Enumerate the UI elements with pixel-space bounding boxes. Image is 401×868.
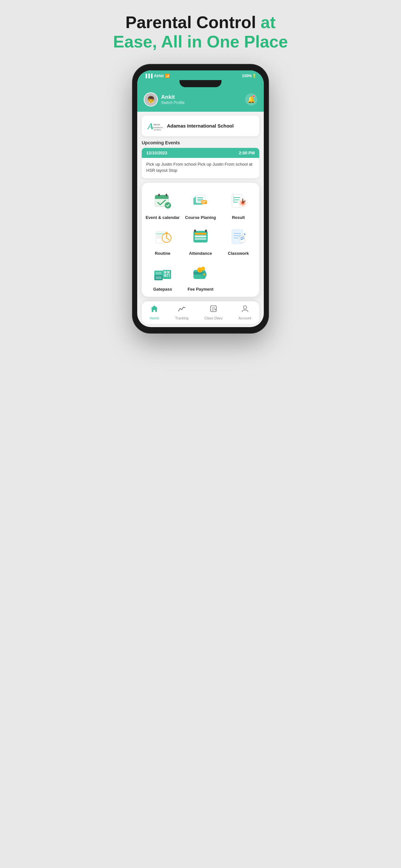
- event-time: 2:00 PM: [239, 151, 255, 155]
- event-calendar-icon: [151, 189, 174, 213]
- wifi-icon: 📶: [165, 73, 170, 78]
- gatepass-label: Gatepass: [153, 287, 172, 291]
- signal-area: ▐▐▐ Airtel 📶: [144, 73, 170, 78]
- phone-screen: ▐▐▐ Airtel 📶 100%🔋 👦 Ankit Switch Profil…: [137, 70, 264, 327]
- app-header: 👦 Ankit Switch Profile 🔔: [137, 89, 264, 112]
- svg-rect-8: [166, 194, 167, 196]
- svg-rect-59: [164, 272, 166, 273]
- svg-rect-55: [156, 276, 161, 279]
- fee-payment-label: Fee Payment: [188, 287, 213, 291]
- user-name: Ankit: [161, 94, 185, 100]
- svg-text:SCHOOL: SCHOOL: [154, 129, 161, 131]
- svg-rect-79: [211, 306, 216, 312]
- course-planing-label: Course Planing: [185, 215, 216, 220]
- battery-display: 100%🔋: [242, 73, 257, 78]
- svg-rect-23: [233, 196, 234, 197]
- svg-rect-25: [233, 200, 234, 201]
- svg-rect-62: [164, 275, 166, 276]
- event-calendar-label: Event & calendar: [146, 215, 180, 220]
- account-icon: [241, 305, 249, 315]
- event-description: Pick up Justin From school Pick up Justi…: [142, 158, 259, 178]
- menu-item-event-calendar[interactable]: Event & calendar: [145, 189, 180, 220]
- svg-rect-16: [201, 200, 207, 204]
- avatar: 👦: [144, 92, 158, 106]
- routine-label: Routine: [155, 251, 170, 256]
- notch: [180, 80, 221, 87]
- result-icon: [227, 189, 250, 213]
- svg-point-73: [204, 274, 205, 275]
- switch-profile-link[interactable]: Switch Profile: [161, 100, 185, 105]
- signal-bars: ▐▐▐: [144, 73, 153, 78]
- menu-item-routine[interactable]: Routine: [145, 225, 180, 256]
- nav-home[interactable]: Home: [150, 305, 159, 320]
- svg-rect-43: [194, 229, 196, 232]
- status-bar: ▐▐▐ Airtel 📶 100%🔋: [137, 70, 264, 80]
- svg-rect-65: [167, 272, 169, 273]
- svg-rect-42: [195, 238, 206, 240]
- menu-item-result[interactable]: Result: [221, 189, 256, 220]
- notification-bell[interactable]: 🔔: [245, 93, 257, 105]
- menu-item-course-planing[interactable]: Course Planing: [183, 189, 218, 220]
- events-section: Upcoming Events 12/10/2023 2:00 PM Pick …: [137, 136, 264, 178]
- menu-item-fee-payment[interactable]: $ Fee Payment: [183, 261, 218, 291]
- phone-mockup: ▐▐▐ Airtel 📶 100%🔋 👦 Ankit Switch Profil…: [133, 65, 268, 333]
- event-header: 12/10/2023 2:00 PM: [142, 148, 259, 158]
- svg-text:$: $: [199, 269, 201, 272]
- title-black: Parental Control: [125, 13, 260, 32]
- user-info: Ankit Switch Profile: [161, 94, 185, 105]
- page-hero: Parental Control at Ease, All in One Pla…: [113, 13, 288, 52]
- attendance-icon: [189, 225, 212, 248]
- nav-class-diary[interactable]: Class Diary: [204, 305, 222, 320]
- tracking-icon: [178, 305, 186, 315]
- svg-rect-53: [156, 272, 161, 275]
- svg-rect-41: [195, 236, 206, 237]
- user-profile-area[interactable]: 👦 Ankit Switch Profile: [144, 92, 185, 106]
- svg-text:INTERNATIONAL: INTERNATIONAL: [153, 127, 163, 128]
- title-green-line2: Ease, All in One Place: [113, 32, 288, 51]
- svg-point-9: [165, 202, 171, 209]
- svg-text:damas: damas: [153, 123, 160, 126]
- svg-rect-6: [155, 197, 168, 199]
- nav-tracking[interactable]: Tracking: [175, 305, 189, 320]
- svg-rect-68: [167, 276, 168, 277]
- title-green-at: at: [260, 13, 275, 32]
- svg-rect-24: [233, 198, 234, 199]
- home-icon: [150, 305, 158, 315]
- class-diary-icon: [209, 305, 218, 315]
- notification-badge: [252, 95, 255, 97]
- svg-text:A: A: [147, 121, 154, 131]
- svg-rect-7: [158, 194, 160, 196]
- tracking-label: Tracking: [175, 316, 189, 320]
- bottom-nav: Home Tracking: [142, 301, 259, 324]
- event-card[interactable]: 12/10/2023 2:00 PM Pick up Justin From s…: [142, 148, 259, 178]
- gatepass-icon: [151, 261, 174, 284]
- nav-account[interactable]: Account: [239, 305, 251, 320]
- menu-grid: Event & calendar: [145, 189, 256, 291]
- events-title: Upcoming Events: [142, 140, 259, 145]
- school-logo: A damas INTERNATIONAL SCHOOL: [147, 120, 163, 132]
- svg-rect-69: [169, 276, 170, 277]
- course-planing-icon: [189, 189, 212, 213]
- svg-point-78: [202, 267, 204, 270]
- svg-rect-66: [167, 274, 168, 275]
- svg-point-83: [243, 306, 247, 309]
- menu-item-attendance[interactable]: Attendance: [183, 225, 218, 256]
- svg-rect-67: [169, 274, 170, 275]
- svg-rect-40: [195, 233, 206, 235]
- fee-payment-icon: $: [189, 261, 212, 284]
- home-label: Home: [150, 316, 159, 320]
- routine-icon: [151, 225, 174, 248]
- menu-card: Event & calendar: [142, 183, 259, 297]
- school-card[interactable]: A damas INTERNATIONAL SCHOOL Adamas Inte…: [142, 116, 259, 136]
- menu-item-classwork[interactable]: Classwork: [221, 225, 256, 256]
- carrier-name: Airtel: [154, 73, 164, 78]
- account-label: Account: [239, 316, 251, 320]
- result-label: Result: [232, 215, 245, 220]
- svg-rect-44: [205, 229, 207, 232]
- notch-area: [137, 80, 264, 89]
- classwork-label: Classwork: [228, 251, 249, 256]
- school-name: Adamas International School: [167, 123, 234, 128]
- class-diary-label: Class Diary: [204, 316, 222, 320]
- menu-item-gatepass[interactable]: Gatepass: [145, 261, 180, 291]
- event-date: 12/10/2023: [146, 151, 167, 155]
